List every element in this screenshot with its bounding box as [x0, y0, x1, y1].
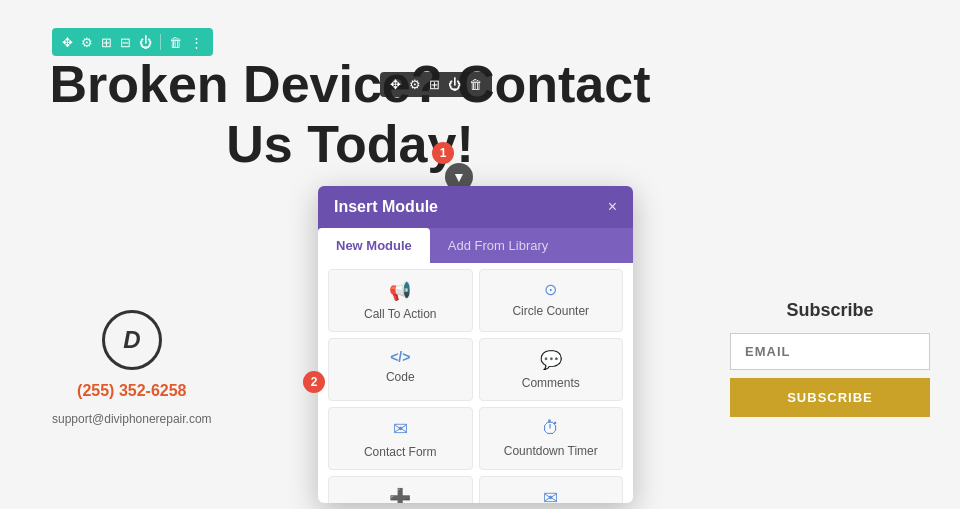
more-icon[interactable]: ⋮	[190, 35, 203, 50]
power-icon[interactable]: ⏻	[139, 35, 152, 50]
module-countdown-timer[interactable]: ⏱ Countdown Timer	[479, 407, 624, 470]
top-toolbar[interactable]: ✥ ⚙ ⊞ ⊟ ⏻ 🗑 ⋮	[52, 28, 213, 56]
module-divider[interactable]: ➕ Divider	[328, 476, 473, 503]
subscribe-button[interactable]: SUBSCRIBE	[730, 378, 930, 417]
email-optin-icon: ✉	[543, 487, 558, 503]
toolbar-divider	[160, 34, 161, 50]
left-panel: D (255) 352-6258 support@diviphonerepair…	[52, 310, 212, 426]
countdown-timer-icon: ⏱	[542, 418, 560, 439]
subscribe-title: Subscribe	[730, 300, 930, 321]
phone-number: (255) 352-6258	[77, 382, 186, 400]
ft-layout-icon[interactable]: ⊞	[429, 77, 440, 92]
divi-logo: D	[102, 310, 162, 370]
ft-settings-icon[interactable]: ⚙	[409, 77, 421, 92]
code-label: Code	[386, 370, 415, 384]
main-heading: Broken Device? Contact Us Today!	[0, 55, 700, 175]
settings-icon[interactable]: ⚙	[81, 35, 93, 50]
module-comments[interactable]: 💬 Comments	[479, 338, 624, 401]
page-background: ✥ ⚙ ⊞ ⊟ ⏻ 🗑 ⋮ ✥ ⚙ ⊞ ⏻ 🗑 Broken Device? C…	[0, 0, 960, 509]
contact-form-icon: ✉	[393, 418, 408, 440]
call-to-action-icon: 📢	[389, 280, 411, 302]
countdown-timer-label: Countdown Timer	[504, 444, 598, 458]
comments-icon: 💬	[540, 349, 562, 371]
dialog-header: Insert Module ×	[318, 186, 633, 228]
module-circle-counter[interactable]: ⊙ Circle Counter	[479, 269, 624, 332]
badge-1: 1	[432, 142, 454, 164]
divi-logo-letter: D	[123, 326, 140, 354]
module-email-optin[interactable]: ✉ Email Optin	[479, 476, 624, 503]
dialog-title: Insert Module	[334, 198, 438, 216]
dialog-close-button[interactable]: ×	[608, 198, 617, 216]
email-input[interactable]	[730, 333, 930, 370]
circle-counter-label: Circle Counter	[512, 304, 589, 318]
move-icon[interactable]: ✥	[62, 35, 73, 50]
circle-counter-icon: ⊙	[544, 280, 557, 299]
tab-add-from-library[interactable]: Add From Library	[430, 228, 566, 263]
insert-module-dialog: Insert Module × New Module Add From Libr…	[318, 186, 633, 503]
contact-form-label: Contact Form	[364, 445, 437, 459]
ft-move-icon[interactable]: ✥	[390, 77, 401, 92]
module-code[interactable]: </> Code	[328, 338, 473, 401]
dialog-tabs: New Module Add From Library	[318, 228, 633, 263]
tab-new-module[interactable]: New Module	[318, 228, 430, 263]
module-grid: 📢 Call To Action ⊙ Circle Counter </> Co…	[318, 263, 633, 503]
code-icon: </>	[390, 349, 410, 365]
floating-toolbar[interactable]: ✥ ⚙ ⊞ ⏻ 🗑	[380, 72, 492, 97]
module-contact-form[interactable]: ✉ Contact Form	[328, 407, 473, 470]
trash-icon[interactable]: 🗑	[169, 35, 182, 50]
support-email: support@diviphonerepair.com	[52, 412, 212, 426]
right-panel: Subscribe SUBSCRIBE	[730, 300, 930, 417]
divider-icon: ➕	[389, 487, 411, 503]
comments-label: Comments	[522, 376, 580, 390]
ft-trash-icon[interactable]: 🗑	[469, 77, 482, 92]
layout2-icon[interactable]: ⊟	[120, 35, 131, 50]
insert-down-arrow-icon: ▼	[452, 169, 466, 185]
layout-icon[interactable]: ⊞	[101, 35, 112, 50]
module-call-to-action[interactable]: 📢 Call To Action	[328, 269, 473, 332]
ft-power-icon[interactable]: ⏻	[448, 77, 461, 92]
badge-2: 2	[303, 371, 325, 393]
call-to-action-label: Call To Action	[364, 307, 437, 321]
